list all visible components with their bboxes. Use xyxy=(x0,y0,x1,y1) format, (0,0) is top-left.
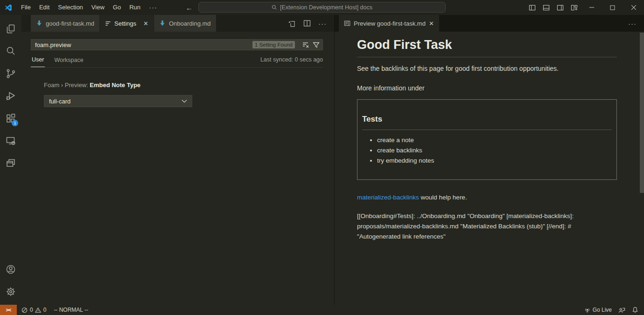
errors-icon xyxy=(21,307,28,313)
more-actions-icon[interactable]: ··· xyxy=(318,20,327,27)
tab-good-first-task[interactable]: good-first-task.md xyxy=(31,15,100,32)
close-window-button[interactable] xyxy=(623,0,644,15)
link-references-text: [[Onboarding#Tests]: ../Onboarding.md "O… xyxy=(357,211,617,242)
markdown-file-icon xyxy=(159,20,166,27)
embedded-note-card: Tests create a note create backlinks try… xyxy=(357,99,617,180)
menu-file[interactable]: File xyxy=(17,0,35,15)
customize-layout-icon[interactable] xyxy=(567,0,581,15)
embed-note-type-select[interactable]: full-card xyxy=(44,95,192,107)
close-tab-icon[interactable]: ✕ xyxy=(143,20,148,27)
tab-onboarding[interactable]: Onboarding.md xyxy=(154,15,217,32)
maximize-button[interactable] xyxy=(602,0,623,15)
menu-selection[interactable]: Selection xyxy=(54,0,87,15)
titlebar: File Edit Selection View Go Run ··· ← → … xyxy=(0,0,644,15)
broadcast-icon xyxy=(584,307,590,313)
menu-edit[interactable]: Edit xyxy=(35,0,54,15)
markdown-preview: Good First Task See the backlinks of thi… xyxy=(335,32,644,305)
accounts-icon[interactable] xyxy=(0,258,21,281)
refs-line: [[Onboarding#Tests]: ../Onboarding.md "O… xyxy=(357,211,617,221)
preview-title: Good First Task xyxy=(357,37,617,57)
problems-status[interactable]: 0 0 xyxy=(21,307,46,313)
toggle-sidebar-icon[interactable] xyxy=(525,0,539,15)
settings-search-value: foam.preview xyxy=(35,41,252,48)
preview-paragraph: More information under xyxy=(357,84,617,92)
command-center[interactable]: [Extension Development Host] docs xyxy=(198,2,446,13)
minimize-button[interactable] xyxy=(581,0,602,15)
setting-name: Embed Note Type xyxy=(90,82,140,89)
windows-panel-icon[interactable] xyxy=(0,152,21,174)
notifications-bell-icon[interactable] xyxy=(632,307,638,313)
clear-settings-search-icon[interactable] xyxy=(302,41,309,48)
tab-label: Preview good-first-task.md xyxy=(354,20,426,27)
chevron-down-icon xyxy=(182,99,187,103)
list-item: try embedding notes xyxy=(377,157,612,164)
select-value: full-card xyxy=(49,98,70,105)
search-sidebar-icon[interactable] xyxy=(0,40,21,62)
filter-settings-icon[interactable] xyxy=(313,41,320,48)
markdown-file-icon xyxy=(36,20,42,27)
tab-label: Onboarding.md xyxy=(169,20,211,27)
tab-settings[interactable]: Settings ✕ xyxy=(100,15,154,32)
feedback-icon[interactable] xyxy=(618,307,625,314)
more-actions-icon[interactable]: ··· xyxy=(628,20,637,27)
menu-run[interactable]: Run xyxy=(125,0,145,15)
materialized-backlinks-link[interactable]: materialized-backlinks xyxy=(357,194,419,201)
menu-go[interactable]: Go xyxy=(109,0,125,15)
settings-search-input[interactable]: foam.preview 1 Setting Found xyxy=(31,39,323,50)
tab-bar-left: good-first-task.md Settings ✕ Onboarding… xyxy=(21,15,334,32)
scope-tab-user[interactable]: User xyxy=(31,52,45,67)
markdown-preview-icon xyxy=(344,20,350,27)
last-synced-label: Last synced: 0 secs ago xyxy=(260,56,323,63)
settings-scope-tabs: User Workspace Last synced: 0 secs ago xyxy=(31,52,323,68)
remote-indicator[interactable]: >< xyxy=(0,305,17,315)
go-live-label: Go Live xyxy=(593,307,612,313)
preview-scrollbar[interactable] xyxy=(640,33,644,193)
scope-tab-workspace[interactable]: Workspace xyxy=(53,52,84,67)
errors-count: 0 xyxy=(30,307,33,313)
open-settings-json-icon[interactable] xyxy=(288,20,296,27)
settings-found-badge: 1 Setting Found xyxy=(252,41,295,48)
refs-line: "Autogenerated link references" xyxy=(357,232,617,242)
setting-category: Foam › Preview: xyxy=(44,82,90,89)
extensions-icon[interactable]: 1 xyxy=(0,107,21,130)
embedded-note-title: Tests xyxy=(362,115,612,130)
go-live-button[interactable]: Go Live xyxy=(584,307,612,313)
link-suffix-text: would help here. xyxy=(419,194,467,201)
toggle-secondary-sidebar-icon[interactable] xyxy=(553,0,567,15)
search-icon xyxy=(272,5,277,10)
preview-paragraph: See the backlinks of this page for good … xyxy=(357,65,617,72)
split-editor-icon[interactable] xyxy=(303,20,311,27)
source-control-icon[interactable] xyxy=(0,62,21,85)
status-bar: >< 0 0 -- NORMAL -- Go Live xyxy=(0,305,644,315)
run-and-debug-icon[interactable] xyxy=(0,85,21,107)
command-center-label: [Extension Development Host] docs xyxy=(280,4,372,11)
refs-line: proposals/materialized-backlinks.md "Mat… xyxy=(357,221,617,232)
menu-view[interactable]: View xyxy=(87,0,109,15)
navigate-back-icon[interactable]: ← xyxy=(186,4,193,12)
setting-item: Foam › Preview: Embed Note Type full-car… xyxy=(44,82,334,107)
extensions-badge: 1 xyxy=(12,120,18,126)
warnings-icon xyxy=(35,307,41,313)
tab-preview[interactable]: Preview good-first-task.md ✕ xyxy=(339,15,439,32)
editor-group-right: Preview good-first-task.md ✕ ··· Good Fi… xyxy=(335,15,644,305)
vscode-logo-icon xyxy=(4,4,12,12)
remote-explorer-icon[interactable] xyxy=(0,130,21,152)
list-item: create backlinks xyxy=(377,147,612,154)
activity-bar: 1 xyxy=(0,15,21,305)
tab-bar-right: Preview good-first-task.md ✕ ··· xyxy=(335,15,644,32)
tab-label: good-first-task.md xyxy=(46,20,94,27)
embedded-note-list: create a note create backlinks try embed… xyxy=(362,137,612,164)
settings-editor: foam.preview 1 Setting Found User Worksp… xyxy=(21,32,334,305)
warnings-count: 0 xyxy=(43,307,47,313)
settings-gear-icon[interactable] xyxy=(0,281,21,303)
editor-group-left: good-first-task.md Settings ✕ Onboarding… xyxy=(21,15,335,305)
vim-mode-indicator: -- NORMAL -- xyxy=(54,307,88,313)
list-item: create a note xyxy=(377,137,612,144)
close-tab-icon[interactable]: ✕ xyxy=(429,20,434,27)
menu-overflow-icon[interactable]: ··· xyxy=(145,0,161,15)
settings-editor-icon xyxy=(105,21,111,27)
tab-label: Settings xyxy=(114,20,136,27)
explorer-icon[interactable] xyxy=(0,18,21,40)
toggle-panel-icon[interactable] xyxy=(539,0,553,15)
